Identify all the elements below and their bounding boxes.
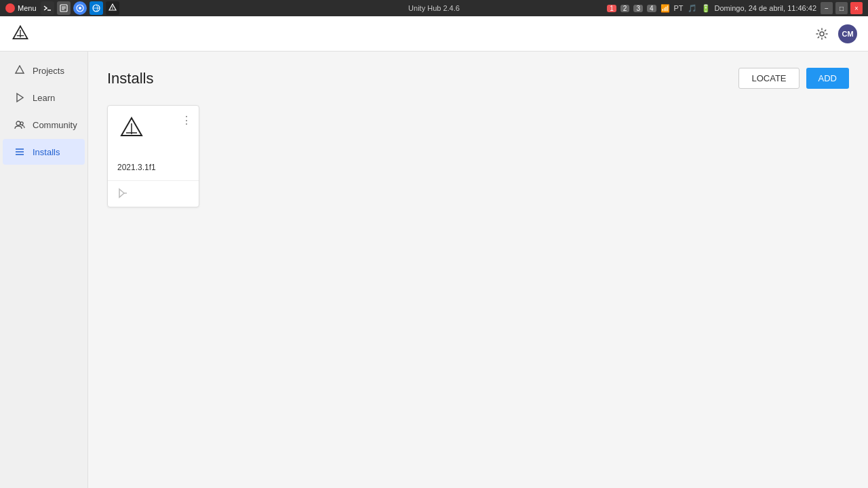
app-header: CM <box>0 16 868 52</box>
card-bottom <box>108 181 199 207</box>
window-controls: − □ × <box>821 2 863 14</box>
unity-taskbar-icon[interactable] <box>106 1 119 15</box>
app-window: CM Projects Learn <box>0 16 868 488</box>
installs-grid: ⋮ 2021.3.1f1 <box>107 105 849 207</box>
taskbar-right: 1 2 3 4 📶 PT 🎵 🔋 Domingo, 24 de abril, 1… <box>607 2 863 14</box>
audio-icon: 🎵 <box>688 4 697 13</box>
header-right: CM <box>814 24 857 43</box>
sidebar: Projects Learn <box>0 52 88 488</box>
svg-point-14 <box>820 32 824 36</box>
platform-icon <box>117 188 128 201</box>
workspace-1[interactable]: 1 <box>607 5 616 12</box>
sidebar-projects-label: Projects <box>33 66 64 76</box>
taskbar-app-icons <box>41 1 119 15</box>
learn-icon <box>14 92 26 104</box>
sidebar-community-label: Community <box>33 120 77 130</box>
datetime: Domingo, 24 de abril, 11:46:42 <box>715 4 816 12</box>
workspace-2[interactable]: 2 <box>620 5 630 12</box>
window-title: Unity Hub 2.4.6 <box>408 4 460 12</box>
workspace-4[interactable]: 4 <box>647 5 656 12</box>
minimize-button[interactable]: − <box>821 2 833 14</box>
card-menu-button[interactable]: ⋮ <box>181 115 192 126</box>
locate-button[interactable]: LOCATE <box>738 68 799 89</box>
installs-icon <box>14 146 26 158</box>
projects-icon <box>14 64 26 77</box>
chrome-icon[interactable] <box>73 1 87 15</box>
svg-point-6 <box>79 7 81 9</box>
unity-version-icon <box>117 115 146 144</box>
app-body: Projects Learn <box>0 52 868 488</box>
restore-button[interactable]: □ <box>835 2 848 14</box>
svg-marker-16 <box>17 94 23 102</box>
install-card: ⋮ 2021.3.1f1 <box>107 105 199 207</box>
settings-icon[interactable] <box>814 26 830 42</box>
menu-label: Menu <box>18 4 37 12</box>
sidebar-item-community[interactable]: Community <box>3 112 85 138</box>
page-title: Installs <box>107 70 153 87</box>
svg-marker-25 <box>119 189 124 197</box>
card-version: 2021.3.1f1 <box>108 160 199 181</box>
content-header: Installs LOCATE ADD <box>107 68 849 89</box>
taskbar-left: Menu <box>5 1 119 15</box>
sidebar-learn-label: Learn <box>33 93 55 103</box>
community-icon <box>14 119 26 131</box>
battery-icon: 🔋 <box>701 4 711 13</box>
menu-dot <box>5 3 15 13</box>
system-tray-pt: PT <box>674 4 684 12</box>
files-icon[interactable] <box>57 1 71 15</box>
add-button[interactable]: ADD <box>806 68 849 89</box>
card-top: ⋮ <box>108 106 199 160</box>
wifi-icon: 📶 <box>660 4 670 13</box>
sidebar-item-projects[interactable]: Projects <box>3 58 85 83</box>
svg-marker-15 <box>16 66 24 73</box>
avatar[interactable]: CM <box>838 24 857 43</box>
sidebar-installs-label: Installs <box>33 147 60 157</box>
header-actions: LOCATE ADD <box>738 68 849 89</box>
svg-point-17 <box>16 121 20 125</box>
sidebar-item-installs[interactable]: Installs <box>3 139 85 165</box>
browser2-icon[interactable] <box>90 1 103 15</box>
terminal-icon[interactable] <box>41 1 54 15</box>
workspace-3[interactable]: 3 <box>633 5 643 12</box>
sidebar-item-learn[interactable]: Learn <box>3 85 85 110</box>
close-button[interactable]: × <box>850 2 863 14</box>
taskbar-menu[interactable]: Menu <box>5 3 37 13</box>
taskbar: Menu Unity Hub 2.4.6 1 2 3 4 📶 PT <box>0 0 868 16</box>
unity-logo[interactable] <box>11 24 30 43</box>
main-content: Installs LOCATE ADD ⋮ <box>88 52 868 488</box>
